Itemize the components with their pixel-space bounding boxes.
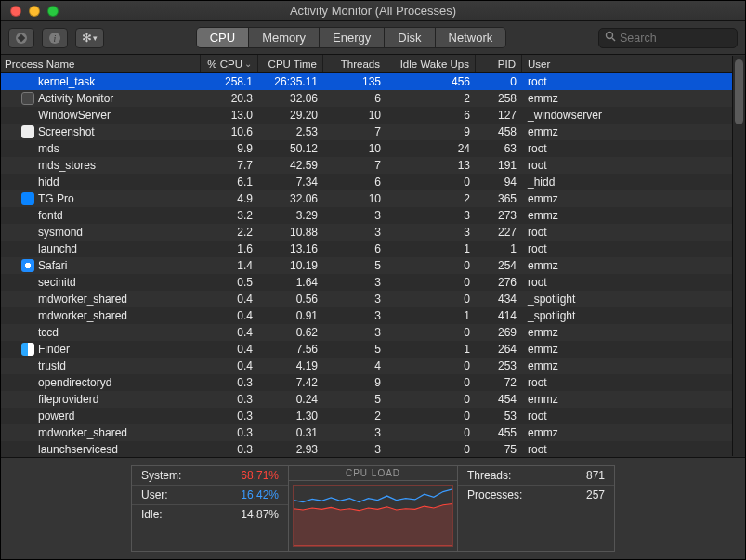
cpu-time-value: 0.91 (258, 307, 323, 324)
inspect-process-button[interactable]: i (42, 28, 68, 48)
process-name: mds (38, 142, 59, 155)
cpu-time-value: 0.56 (258, 291, 323, 307)
scrollbar-thumb[interactable] (735, 59, 743, 124)
table-row[interactable]: trustd0.44.1940253emmz (1, 358, 745, 374)
system-label: System: (141, 469, 181, 482)
table-row[interactable]: mds_stores7.742.59713191root (1, 157, 745, 174)
process-name: Finder (38, 343, 70, 356)
tab-memory[interactable]: Memory (249, 28, 320, 47)
svg-text:i: i (54, 33, 57, 44)
table-row[interactable]: WindowServer13.029.20106127_windowserver (1, 107, 745, 124)
process-name: powerd (38, 410, 74, 423)
table-row[interactable]: fileproviderd0.30.2450454emmz (1, 391, 745, 408)
threads-value: 3 (323, 274, 386, 291)
zoom-icon[interactable] (47, 6, 59, 17)
user-value: emmz (522, 207, 745, 224)
process-name: TG Pro (38, 192, 74, 205)
tab-network[interactable]: Network (436, 28, 506, 47)
cpu-time-value: 42.59 (258, 157, 323, 174)
table-row[interactable]: mdworker_shared0.30.3130455emmz (1, 424, 745, 441)
search-field[interactable] (598, 28, 738, 48)
table-row[interactable]: sysmond2.210.8833227root (1, 224, 745, 241)
tab-cpu[interactable]: CPU (197, 28, 249, 47)
table-row[interactable]: launchservicesd0.32.933075root (1, 441, 745, 457)
process-name: fontd (38, 209, 63, 222)
pid-value: 94 (476, 174, 522, 190)
table-row[interactable]: Safari1.410.1950254emmz (1, 257, 745, 274)
pid-value: 264 (476, 341, 522, 358)
table-row[interactable]: Finder0.47.5651264emmz (1, 341, 745, 358)
table-row[interactable]: Activity Monitor20.332.0662258emmz (1, 90, 745, 107)
cpu-time-value: 7.34 (258, 174, 323, 190)
table-row[interactable]: kernel_task258.126:35.111354560root (1, 73, 745, 90)
minimize-icon[interactable] (29, 6, 40, 17)
user-value: emmz (522, 257, 745, 274)
cpu-value: 258.1 (201, 73, 258, 90)
idle-wakeups-value: 24 (386, 140, 476, 157)
search-input[interactable] (620, 32, 731, 45)
idle-wakeups-value: 0 (386, 441, 476, 457)
process-icon (21, 125, 34, 138)
table-row[interactable]: tccd0.40.6230269emmz (1, 324, 745, 341)
user-value: emmz (522, 391, 745, 408)
th-idle-wakeups[interactable]: Idle Wake Ups (386, 55, 476, 72)
cpu-time-value: 2.53 (258, 124, 323, 140)
idle-wakeups-value: 0 (386, 408, 476, 424)
tab-energy[interactable]: Energy (320, 28, 385, 47)
th-user[interactable]: User (522, 55, 745, 72)
pid-value: 455 (476, 424, 522, 441)
threads-value: 4 (323, 358, 386, 374)
table-row[interactable]: Screenshot10.62.5379458emmz (1, 124, 745, 140)
options-menu[interactable]: ✻ ▾ (75, 28, 104, 48)
th-process-name[interactable]: Process Name (1, 55, 201, 72)
svg-line-5 (612, 38, 615, 41)
table-row[interactable]: fontd3.23.2933273emmz (1, 207, 745, 224)
toolbar: i ✻ ▾ CPUMemoryEnergyDiskNetwork (1, 21, 745, 55)
cpu-value: 0.3 (201, 441, 258, 457)
table-row[interactable]: mdworker_shared0.40.9131414_spotlight (1, 307, 745, 324)
table-row[interactable]: launchd1.613.16611root (1, 241, 745, 257)
pid-value: 63 (476, 140, 522, 157)
pid-value: 414 (476, 307, 522, 324)
table-row[interactable]: secinitd0.51.6430276root (1, 274, 745, 291)
idle-wakeups-value: 3 (386, 224, 476, 241)
search-icon (605, 31, 616, 45)
th-cpu-time[interactable]: CPU Time (258, 55, 323, 72)
process-icon (21, 92, 34, 105)
cpu-time-value: 1.64 (258, 274, 323, 291)
svg-point-4 (606, 33, 612, 39)
th-threads[interactable]: Threads (323, 55, 386, 72)
cpu-time-value: 32.06 (258, 190, 323, 207)
table-row[interactable]: TG Pro4.932.06102365emmz (1, 190, 745, 207)
threads-value: 5 (323, 257, 386, 274)
process-name: mds_stores (38, 159, 96, 172)
idle-label: Idle: (141, 508, 163, 521)
system-value: 68.71% (241, 469, 279, 482)
table-row[interactable]: mdworker_shared0.40.5630434_spotlight (1, 291, 745, 307)
table-row[interactable]: opendirectoryd0.37.429072root (1, 374, 745, 391)
vertical-scrollbar[interactable] (732, 56, 745, 456)
stop-process-button[interactable] (8, 28, 34, 48)
process-name: kernel_task (38, 75, 95, 88)
cpu-time-value: 4.19 (258, 358, 323, 374)
process-name: tccd (38, 326, 59, 339)
close-icon[interactable] (10, 6, 21, 17)
th-pid[interactable]: PID (476, 55, 522, 72)
process-name: opendirectoryd (38, 376, 111, 389)
cpu-time-value: 10.19 (258, 257, 323, 274)
table-row[interactable]: hidd6.17.346094_hidd (1, 174, 745, 190)
cpu-value: 0.4 (201, 291, 258, 307)
threads-value: 3 (323, 291, 386, 307)
table-row[interactable]: powerd0.31.302053root (1, 408, 745, 424)
user-value: root (522, 408, 745, 424)
table-row[interactable]: mds9.950.12102463root (1, 140, 745, 157)
cpu-value: 0.3 (201, 424, 258, 441)
idle-wakeups-value: 13 (386, 157, 476, 174)
th-cpu[interactable]: % CPU (201, 55, 258, 72)
tab-disk[interactable]: Disk (385, 28, 435, 47)
gear-icon: ✻ (82, 31, 92, 45)
cpu-value: 3.2 (201, 207, 258, 224)
threads-value: 9 (323, 374, 386, 391)
idle-wakeups-value: 1 (386, 341, 476, 358)
process-name: fileproviderd (38, 393, 98, 406)
